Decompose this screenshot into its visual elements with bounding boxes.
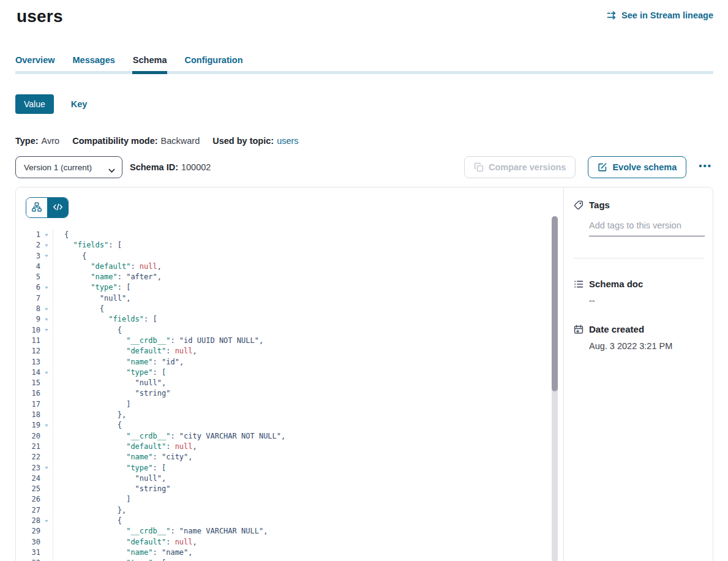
fold-toggle-icon[interactable] [40, 314, 53, 325]
fold-toggle-icon[interactable] [40, 558, 53, 561]
type-value: Avro [42, 136, 60, 146]
editor-scrollbar[interactable] [552, 216, 558, 561]
line-number: 20 [16, 431, 40, 442]
active-tab-indicator [132, 71, 167, 74]
line-number: 21 [16, 442, 40, 452]
version-bar: Version 1 (current) Schema ID: 100002 [15, 156, 713, 178]
line-number: 19 [16, 420, 40, 431]
compare-versions-button[interactable]: Compare versions [464, 156, 576, 178]
fold-toggle-icon[interactable] [40, 282, 53, 293]
line-number: 13 [16, 357, 40, 367]
stream-lineage-icon [607, 10, 617, 20]
code-text: "null", [53, 293, 563, 304]
code-line: 12 "default": null, [16, 346, 563, 356]
code-line: 13 "name": "id", [16, 357, 563, 367]
code-text: "type": [ [53, 367, 563, 378]
stream-lineage-link[interactable]: See in Stream lineage [607, 10, 713, 20]
tree-view-icon [32, 202, 42, 214]
tree-view-button[interactable] [26, 198, 47, 217]
edit-icon [598, 162, 607, 172]
fold-toggle-icon[interactable] [40, 230, 53, 240]
fold-spacer [40, 388, 53, 399]
code-text: { [53, 420, 563, 431]
tab-messages[interactable]: Messages [73, 55, 115, 71]
code-text: "null", [53, 473, 563, 484]
code-line: 9 "fields": [ [16, 314, 563, 325]
compatibility-value: Backward [161, 136, 200, 146]
code-text: "default": null, [53, 537, 563, 548]
compare-versions-label: Compare versions [489, 162, 566, 172]
tab-overview[interactable]: Overview [15, 55, 55, 71]
code-text: "name": "id", [53, 357, 563, 367]
code-text: "name": "after", [53, 272, 563, 282]
code-line: 17 ] [16, 399, 563, 410]
fold-spacer [40, 293, 53, 304]
line-number: 10 [16, 325, 40, 336]
code-text: "type": [ [53, 463, 563, 473]
code-text: { [53, 516, 563, 526]
code-line: 18 }, [16, 410, 563, 420]
code-text: "default": null, [53, 346, 563, 356]
line-number: 23 [16, 463, 40, 473]
code-line: 26 ] [16, 494, 563, 505]
fold-spacer [40, 272, 53, 282]
code-lines: 1{2 "fields": [3 {4 "default": null,5 "n… [16, 230, 563, 561]
code-line: 1{ [16, 230, 563, 240]
page-title: users [17, 6, 63, 27]
type-label: Type: [15, 136, 39, 146]
code-text: "__crdb__": "name VARCHAR NULL", [53, 526, 563, 537]
code-view-button[interactable] [47, 198, 68, 217]
fold-spacer [40, 399, 53, 410]
fold-toggle-icon[interactable] [40, 463, 53, 473]
code-text: "default": null, [53, 262, 563, 272]
line-number: 22 [16, 452, 40, 462]
tab-configuration[interactable]: Configuration [184, 55, 242, 71]
code-text: "type": [ [53, 558, 563, 561]
scrollbar-thumb[interactable] [552, 216, 558, 391]
fold-toggle-icon[interactable] [40, 367, 53, 378]
code-view-icon [53, 203, 63, 213]
sidebar-divider [574, 258, 704, 258]
fold-toggle-icon[interactable] [40, 516, 53, 526]
evolve-schema-button[interactable]: Evolve schema [588, 156, 686, 178]
line-number: 6 [16, 282, 40, 293]
schema-id-value: 100002 [181, 162, 211, 172]
code-line: 31 "name": "name", [16, 548, 563, 558]
topic-tabs: Overview Messages Schema Configuration [15, 55, 713, 74]
tags-section-header: Tags [564, 200, 713, 210]
line-number: 7 [16, 293, 40, 304]
line-number: 2 [16, 240, 40, 250]
value-tab-button[interactable]: Value [15, 94, 54, 114]
fold-spacer [40, 357, 53, 367]
line-number: 27 [16, 505, 40, 516]
used-by-topic-link[interactable]: users [277, 136, 298, 146]
version-select[interactable]: Version 1 (current) [15, 156, 122, 178]
line-number: 32 [16, 558, 40, 561]
code-text: "string" [53, 484, 563, 494]
code-line: 15 "null", [16, 378, 563, 388]
fold-toggle-icon[interactable] [40, 240, 53, 250]
fold-toggle-icon[interactable] [40, 325, 53, 336]
code-line: 19 { [16, 420, 563, 431]
more-options-button[interactable]: ••• [699, 160, 713, 175]
fold-spacer [40, 336, 53, 346]
fold-toggle-icon[interactable] [40, 420, 53, 431]
calendar-plus-icon [574, 325, 584, 334]
tags-input[interactable] [589, 220, 705, 236]
schema-doc-value: -- [589, 296, 704, 306]
fold-toggle-icon[interactable] [40, 304, 53, 314]
line-number: 3 [16, 251, 40, 262]
code-line: 22 "name": "city", [16, 452, 563, 462]
line-number: 4 [16, 262, 40, 272]
line-number: 29 [16, 526, 40, 537]
code-line: 8 { [16, 304, 563, 314]
code-text: "fields": [ [53, 240, 563, 250]
line-number: 5 [16, 272, 40, 282]
fold-spacer [40, 442, 53, 452]
fold-toggle-icon[interactable] [40, 251, 53, 262]
key-tab-button[interactable]: Key [71, 99, 88, 109]
line-number: 15 [16, 378, 40, 388]
schema-panel: 1{2 "fields": [3 {4 "default": null,5 "n… [15, 187, 713, 561]
used-by-topic-label: Used by topic: [212, 136, 274, 146]
tab-schema[interactable]: Schema [133, 55, 167, 71]
